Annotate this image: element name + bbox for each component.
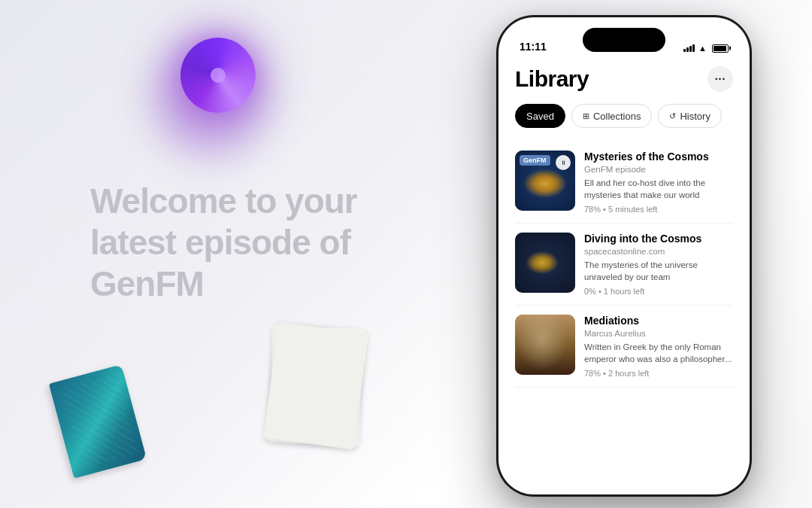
tab-history-label: History xyxy=(680,111,710,122)
signal-icon xyxy=(683,44,695,52)
purple-disc-decoration xyxy=(180,38,256,113)
tab-saved-label: Saved xyxy=(526,111,554,122)
episode-item-1[interactable]: GenFM ⏸ Mysteries of the Cosmos GenFM ep… xyxy=(515,141,733,224)
tab-history[interactable]: ↺ History xyxy=(658,104,721,128)
episode-thumb-3 xyxy=(515,315,575,375)
episode-thumb-2 xyxy=(515,233,575,293)
phone-frame: 11:11 ▲ Libr xyxy=(496,15,752,497)
episode-meta-3: 78% • 2 hours left xyxy=(584,369,733,378)
episode-meta-1: 78% • 5 minutes left xyxy=(584,205,733,214)
app-content: Library ··· Saved ⊞ Collections ↺ xyxy=(498,59,750,494)
episode-title-2: Diving into the Cosmos xyxy=(584,233,733,245)
welcome-line1: Welcome to your xyxy=(90,181,357,221)
play-icon-1[interactable]: ⏸ xyxy=(556,155,571,170)
episode-info-2: Diving into the Cosmos spacecastonline.c… xyxy=(584,233,733,296)
episode-desc-3: Written in Greek by the only Roman emper… xyxy=(584,341,733,365)
episode-thumb-1: GenFM ⏸ xyxy=(515,151,575,211)
episode-info-1: Mysteries of the Cosmos GenFM episode El… xyxy=(584,151,733,214)
page-title: Library xyxy=(515,66,589,92)
history-icon: ↺ xyxy=(669,111,676,121)
episode-source-2: spacecastonline.com xyxy=(584,247,733,256)
status-icons: ▲ xyxy=(683,44,729,53)
thumb-label-1: GenFM xyxy=(520,155,550,166)
wifi-icon: ▲ xyxy=(698,44,707,53)
episode-desc-2: The mysteries of the universe unraveled … xyxy=(584,259,733,283)
collections-icon: ⊞ xyxy=(583,111,589,121)
welcome-line3: GenFM xyxy=(90,264,204,303)
paper-sheet-3 xyxy=(263,321,368,449)
episode-item-3[interactable]: Mediations Marcus Aurelius Written in Gr… xyxy=(515,306,733,388)
episode-meta-2: 0% • 1 hours left xyxy=(584,287,733,296)
tab-collections[interactable]: ⊞ Collections xyxy=(571,104,653,128)
more-dots-icon: ··· xyxy=(715,73,726,85)
episode-title-1: Mysteries of the Cosmos xyxy=(584,151,733,163)
episode-list: GenFM ⏸ Mysteries of the Cosmos GenFM ep… xyxy=(515,141,733,388)
phone-screen: 11:11 ▲ Libr xyxy=(498,17,750,494)
filter-tabs: Saved ⊞ Collections ↺ History xyxy=(515,104,733,128)
episode-info-3: Mediations Marcus Aurelius Written in Gr… xyxy=(584,315,733,378)
episode-source-1: GenFM episode xyxy=(584,165,733,174)
episode-item-2[interactable]: Diving into the Cosmos spacecastonline.c… xyxy=(515,224,733,306)
more-button[interactable]: ··· xyxy=(707,66,733,92)
phone-body: 11:11 ▲ Libr xyxy=(496,15,752,497)
paper-stack-decoration xyxy=(265,324,365,452)
tab-collections-label: Collections xyxy=(593,111,641,122)
welcome-line2: latest episode of xyxy=(90,223,350,262)
episode-desc-1: Ell and her co-host dive into the myster… xyxy=(584,177,733,201)
tab-saved[interactable]: Saved xyxy=(515,104,565,128)
battery-icon xyxy=(712,44,729,53)
welcome-text: Welcome to your latest episode of GenFM xyxy=(90,181,376,306)
app-header: Library ··· xyxy=(515,66,733,92)
dynamic-island xyxy=(583,28,665,52)
episode-source-3: Marcus Aurelius xyxy=(584,329,733,338)
episode-title-3: Mediations xyxy=(584,315,733,327)
